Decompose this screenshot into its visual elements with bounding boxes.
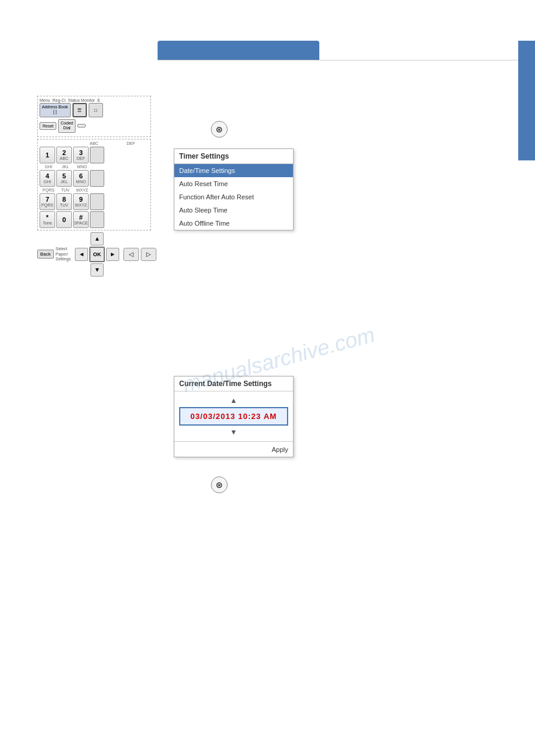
header-bar — [158, 41, 319, 60]
sub-labels-2: PQRS TUV WXYZ — [40, 188, 149, 192]
key-hash[interactable]: #SPACE — [73, 211, 89, 228]
left-arrow-btn[interactable]: ◄ — [75, 248, 88, 261]
coded-dial-btn[interactable]: CodedDial — [58, 119, 75, 133]
datetime-dialog: Current Date/Time Settings ▲ 03/03/2013 … — [174, 376, 294, 457]
timer-dialog: Timer Settings Date/Time Settings Auto R… — [174, 148, 294, 230]
reg-confirm-btn[interactable]: □ — [89, 103, 103, 117]
function-after-auto-reset-item[interactable]: Function After Auto Reset — [174, 190, 293, 204]
up-arrow-btn[interactable]: ▲ — [90, 232, 104, 245]
auto-sleep-time-item[interactable]: Auto Sleep Time — [174, 204, 293, 217]
side-btn-4[interactable] — [90, 211, 104, 228]
sub-labels: GHI JKL MNO — [40, 165, 149, 169]
log-label: E — [97, 98, 100, 102]
settings-icon-1[interactable]: ⊛ — [211, 121, 228, 138]
function-labels: ABCDEF — [40, 141, 149, 145]
datetime-dialog-title: Current Date/Time Settings — [174, 377, 293, 391]
keypad-row-2: 4GHI 5JKL 6MNO — [40, 170, 149, 187]
reset-btn[interactable]: Reset — [40, 122, 56, 130]
key-2[interactable]: 2ABC — [56, 147, 72, 163]
key-5[interactable]: 5JKL — [56, 170, 72, 187]
select-paper-label: Select Paper/Settings — [56, 247, 71, 262]
datetime-content: ▲ 03/03/2013 10:23 AM ▼ — [174, 391, 293, 441]
top-labels: Menu Reg-Ci Status Monitor E — [40, 98, 149, 102]
keypad-row-1: 1 2ABC 3DEF — [40, 147, 149, 163]
extra-btn[interactable] — [77, 124, 86, 127]
side-btn-2[interactable] — [90, 170, 104, 187]
key-4[interactable]: 4GHI — [40, 170, 55, 187]
ok-btn[interactable]: OK — [89, 247, 105, 262]
key-6[interactable]: 6MNO — [73, 170, 89, 187]
start-btns: ◁ ▷ — [123, 248, 156, 261]
datetime-apply-row: Apply — [174, 441, 293, 457]
reg-confirm-label: Reg-Ci — [53, 98, 66, 102]
auto-offline-time-item[interactable]: Auto Offline Time — [174, 217, 293, 230]
side-btn-3[interactable] — [90, 193, 104, 210]
nav-cluster: ▲ ◄ OK ► ▼ — [75, 232, 119, 277]
apply-btn[interactable]: Apply — [271, 446, 288, 453]
menu-label: Menu — [40, 98, 50, 102]
keypad-row-3: 7PQRS 8TUV 9WXYZ — [40, 193, 149, 210]
start-bw-btn[interactable]: ◁ — [123, 248, 139, 261]
datetime-down-icon[interactable]: ▼ — [179, 428, 288, 436]
key-1[interactable]: 1 — [40, 147, 55, 163]
keypad-row-4: *Tone 0 #SPACE — [40, 211, 149, 228]
down-arrow-btn[interactable]: ▼ — [90, 263, 104, 277]
timer-dialog-title: Timer Settings — [174, 149, 293, 164]
datetime-up-icon[interactable]: ▲ — [179, 396, 288, 405]
key-8[interactable]: 8TUV — [56, 193, 72, 210]
machine-panel: Menu Reg-Ci Status Monitor E Address Boo… — [37, 96, 151, 278]
address-book-sub: [ ] — [42, 110, 68, 114]
key-9[interactable]: 9WXYZ — [73, 193, 89, 210]
side-btn-1[interactable] — [90, 147, 104, 163]
right-arrow-btn[interactable]: ► — [106, 248, 119, 261]
key-7[interactable]: 7PQRS — [40, 193, 55, 210]
datetime-value[interactable]: 03/03/2013 10:23 AM — [179, 407, 288, 426]
status-monitor-label: Status Monitor — [68, 98, 95, 102]
key-3[interactable]: 3DEF — [73, 147, 89, 163]
address-book-btn[interactable]: Address Book [ ] — [40, 103, 71, 117]
settings-icon-2[interactable]: ⊛ — [211, 476, 228, 493]
menu-btn[interactable]: ☰ — [72, 103, 87, 117]
date-time-settings-item[interactable]: Date/Time Settings — [174, 164, 293, 177]
key-star[interactable]: *Tone — [40, 211, 55, 228]
key-0[interactable]: 0 — [56, 211, 72, 228]
start-color-btn[interactable]: ▷ — [141, 248, 156, 261]
address-book-label: Address Book — [42, 105, 68, 110]
right-sidebar — [518, 41, 535, 160]
header-line — [158, 60, 518, 60]
auto-reset-time-item[interactable]: Auto Reset Time — [174, 177, 293, 190]
back-btn[interactable]: Back — [37, 250, 54, 259]
